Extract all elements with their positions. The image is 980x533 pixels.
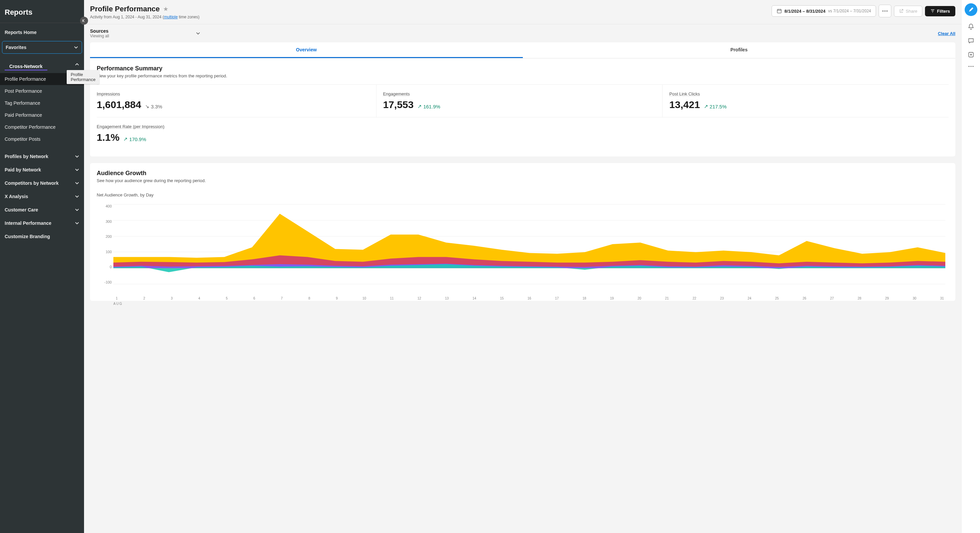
metric-label: Engagement Rate (per Impression) [97, 124, 949, 129]
compose-icon [968, 7, 974, 13]
timezones-link[interactable]: multiple [164, 15, 177, 19]
page-header: Profile Performance ★ Activity from Aug … [84, 0, 961, 24]
dots-icon [882, 10, 888, 12]
nav-competitor-performance[interactable]: Competitor Performance [0, 121, 84, 133]
metric-engagement-rate: Engagement Rate (per Impression) 1.1% ↗ … [97, 118, 949, 150]
collapse-icon [82, 19, 86, 23]
chevron-down-icon [75, 194, 80, 199]
nav-tag-performance[interactable]: Tag Performance [0, 97, 84, 109]
tabs: Overview Profiles [90, 42, 955, 58]
page-subtitle: Activity from Aug 1, 2024 - Aug 31, 2024… [90, 15, 199, 19]
delta-text: 161.9% [423, 104, 440, 110]
tab-profiles[interactable]: Profiles [523, 42, 956, 58]
more-options-button[interactable] [879, 5, 891, 18]
sidebar: Reports Reports Home Favorites Cross-Net… [0, 0, 84, 533]
chevron-down-icon[interactable] [196, 31, 200, 36]
filters-button[interactable]: Filters [925, 6, 955, 16]
filter-icon [930, 9, 935, 13]
card-desc: See how your audience grew during the re… [97, 178, 949, 183]
card-title: Performance Summary [97, 65, 949, 72]
nav-label: Favorites [6, 45, 26, 50]
metric-impressions: Impressions 1,601,884 ↘ 3.3% [97, 85, 377, 117]
nav-label: Paid Performance [5, 112, 42, 118]
delta-text: 217.5% [710, 104, 727, 110]
metric-post-link-clicks: Post Link Clicks 13,421 ↗ 217.5% [663, 85, 949, 117]
chevron-up-icon[interactable] [75, 62, 80, 67]
nav-competitor-posts[interactable]: Competitor Posts [0, 133, 84, 145]
date-range-picker[interactable]: 8/1/2024 – 8/31/2024 vs 7/1/2024 – 7/31/… [772, 5, 876, 17]
svg-point-8 [972, 66, 973, 67]
nav-paid-by-network[interactable]: Paid by Network [0, 163, 84, 177]
nav-paid-performance[interactable]: Paid Performance [0, 109, 84, 121]
nav-internal-performance[interactable]: Internal Performance [0, 216, 84, 230]
svg-point-2 [885, 11, 886, 12]
nav-customize-branding[interactable]: Customize Branding [0, 230, 84, 243]
button-label: Filters [937, 9, 950, 14]
nav-label: Tag Performance [5, 100, 40, 106]
chevron-down-icon [74, 45, 78, 50]
nav-profiles-by-network[interactable]: Profiles by Network [0, 150, 84, 163]
metric-value: 1.1% [97, 132, 119, 143]
sources-bar: Sources Viewing all Clear All [84, 24, 961, 42]
message-icon[interactable] [968, 37, 974, 44]
nav-label: Profile Performance [5, 76, 46, 82]
y-axis-labels: 4003002001000-100 [97, 204, 112, 284]
main-content: Profile Performance ★ Activity from Aug … [84, 0, 961, 533]
chart-title: Net Audience Growth, by Day [97, 193, 949, 197]
metric-delta: ↗ 217.5% [704, 103, 727, 110]
nav-label: X Analysis [5, 194, 28, 199]
compose-button[interactable] [965, 3, 977, 16]
button-label: Share [906, 9, 917, 14]
svg-rect-0 [777, 10, 781, 13]
tooltip: Profile Performance [67, 70, 99, 84]
performance-summary-card: Performance Summary View your key profil… [90, 58, 955, 156]
sidebar-title: Reports [0, 0, 84, 23]
nav-label: Profiles by Network [5, 154, 48, 159]
metric-value: 1,601,884 [97, 99, 141, 110]
calendar-icon [776, 8, 782, 14]
metric-label: Engagements [383, 91, 663, 96]
month-label: AUG [113, 302, 123, 305]
nav-label: Competitor Posts [5, 137, 40, 142]
chart-svg [113, 204, 945, 284]
nav-customer-care[interactable]: Customer Care [0, 203, 84, 216]
tab-overview[interactable]: Overview [90, 42, 523, 58]
chevron-down-icon [75, 221, 80, 226]
nav-label: Post Performance [5, 88, 42, 94]
clear-all-link[interactable]: Clear All [938, 31, 955, 36]
nav-competitors-by-network[interactable]: Competitors by Network [0, 177, 84, 190]
favorite-star-icon[interactable]: ★ [163, 5, 169, 13]
subtitle-text: time zones) [178, 15, 199, 19]
metric-engagements: Engagements 17,553 ↗ 161.9% [377, 85, 663, 117]
audience-growth-chart: 4003002001000-100 1234567891011121314151… [113, 204, 945, 291]
metric-label: Post Link Clicks [669, 91, 949, 96]
delta-text: 170.9% [129, 137, 146, 142]
collapse-sidebar-button[interactable] [80, 17, 88, 25]
metric-delta: ↘ 3.3% [145, 103, 162, 110]
more-icon[interactable] [968, 65, 974, 67]
right-rail [961, 0, 980, 533]
card-desc: View your key profile performance metric… [97, 73, 949, 78]
share-icon [899, 9, 904, 13]
svg-point-6 [968, 66, 969, 67]
chevron-down-icon [75, 167, 80, 172]
nav-favorites[interactable]: Favorites [2, 41, 82, 54]
x-axis-labels: 1234567891011121314151617181920212223242… [113, 296, 945, 300]
nav-reports-home[interactable]: Reports Home [0, 26, 84, 39]
nav-label: Internal Performance [5, 221, 51, 226]
bell-icon[interactable] [968, 23, 974, 30]
chevron-down-icon [75, 154, 80, 159]
nav-x-analysis[interactable]: X Analysis [0, 190, 84, 203]
metric-value: 17,553 [383, 99, 414, 110]
nav-cross-network[interactable]: Cross-Network [5, 60, 47, 70]
subtitle-text: Activity from Aug 1, 2024 - Aug 31, 2024… [90, 15, 164, 19]
date-range-text: 8/1/2024 – 8/31/2024 [784, 9, 826, 14]
share-button[interactable]: Share [894, 6, 922, 17]
nav-label: Competitor Performance [5, 124, 56, 130]
card-title: Audience Growth [97, 170, 949, 177]
audience-growth-card: Audience Growth See how your audience gr… [90, 163, 955, 301]
delta-text: 3.3% [151, 104, 162, 110]
svg-point-3 [887, 11, 888, 12]
nav-post-performance[interactable]: Post Performance [0, 85, 84, 97]
add-icon[interactable] [968, 51, 974, 58]
